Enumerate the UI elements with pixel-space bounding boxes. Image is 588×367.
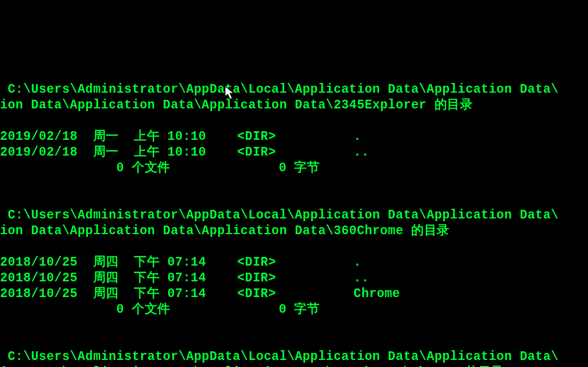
dir-entry: 2018/10/25 周四 下午 07:14 <DIR> . <box>0 255 361 269</box>
dir-path-line: C:\Users\Administrator\AppData\Local\App… <box>0 208 559 222</box>
dir-entry: 2019/02/18 周一 上午 10:10 <DIR> .. <box>0 145 369 159</box>
dir-path-line: C:\Users\Administrator\AppData\Local\App… <box>0 82 559 96</box>
dir-entry: 2019/02/18 周一 上午 10:10 <DIR> . <box>0 130 361 144</box>
dir-summary: 0 个文件 0 字节 <box>0 161 320 175</box>
dir-path-line: ion Data\Application Data\Application Da… <box>0 224 450 238</box>
dir-path-line: ion Data\Application Data\Application Da… <box>0 98 472 112</box>
terminal-output[interactable]: C:\Users\Administrator\AppData\Local\App… <box>0 63 588 367</box>
dir-path-line: C:\Users\Administrator\AppData\Local\App… <box>0 350 559 364</box>
dir-entry: 2018/10/25 周四 下午 07:14 <DIR> .. <box>0 271 369 285</box>
dir-summary: 0 个文件 0 字节 <box>0 302 320 317</box>
dir-entry: 2018/10/25 周四 下午 07:14 <DIR> Chrome <box>0 287 400 301</box>
